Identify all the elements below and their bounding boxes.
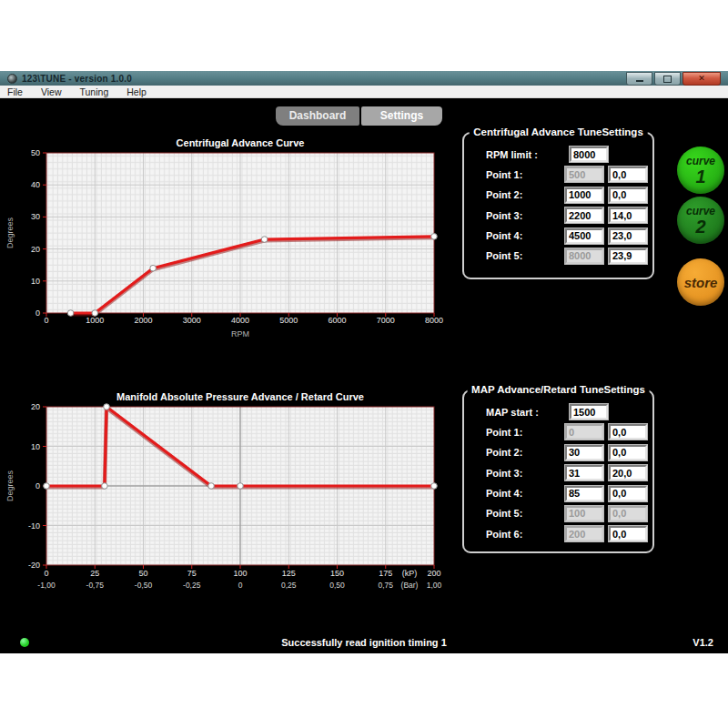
value-field[interactable] xyxy=(609,167,647,182)
value-field xyxy=(565,424,603,440)
menu-file[interactable]: File xyxy=(7,86,23,97)
value-field[interactable] xyxy=(570,147,608,162)
close-button[interactable]: ✕ xyxy=(682,72,721,86)
window-controls: ✕ xyxy=(626,72,721,86)
panel-title: MAP Advance/Retard TuneSettings xyxy=(467,384,650,395)
value-field[interactable] xyxy=(609,465,647,480)
svg-text:20: 20 xyxy=(31,402,40,411)
curve-2-button[interactable]: curve 2 xyxy=(677,197,724,244)
panel-body: RPM limit :Point 1:Point 2:Point 3:Point… xyxy=(464,134,652,276)
svg-text:3000: 3000 xyxy=(183,316,201,325)
minimize-button[interactable] xyxy=(626,72,652,86)
svg-text:30: 30 xyxy=(31,212,40,221)
maximize-icon xyxy=(663,76,672,83)
value-field[interactable] xyxy=(609,228,647,244)
field-label: RPM limit : xyxy=(464,149,570,160)
svg-text:0,75: 0,75 xyxy=(378,581,393,590)
tune-row: MAP start : xyxy=(464,404,652,420)
chart-point[interactable] xyxy=(431,483,438,490)
chart-point[interactable] xyxy=(150,265,157,271)
svg-text:20: 20 xyxy=(31,245,40,254)
value-field[interactable] xyxy=(609,207,647,223)
map-tunesettings-panel: MAP Advance/Retard TuneSettings MAP star… xyxy=(462,389,654,553)
tab-settings[interactable]: Settings xyxy=(361,106,442,126)
svg-text:-0,75: -0,75 xyxy=(86,581,105,590)
value-field[interactable] xyxy=(565,486,603,501)
menu-help[interactable]: Help xyxy=(126,86,147,97)
svg-text:(Bar): (Bar) xyxy=(401,581,419,590)
svg-text:1000: 1000 xyxy=(86,316,104,325)
curve-1-button[interactable]: curve 1 xyxy=(677,147,724,194)
tab-dashboard[interactable]: Dashboard xyxy=(276,106,359,126)
chart-point[interactable] xyxy=(92,310,98,317)
value-field[interactable] xyxy=(565,207,603,223)
tune-row: Point 6: xyxy=(464,526,652,541)
menu-tuning[interactable]: Tuning xyxy=(80,86,109,97)
status-bar: Successfully read ignition timing 1 V1.2 xyxy=(0,633,728,652)
svg-text:0,25: 0,25 xyxy=(281,581,297,590)
status-message: Successfully read ignition timing 1 xyxy=(0,637,728,648)
tune-row: Point 3: xyxy=(464,207,652,223)
panel-title: Centrifugal Advance TuneSettings xyxy=(469,126,648,137)
field-label: Point 1: xyxy=(464,169,565,180)
menu-view[interactable]: View xyxy=(41,86,62,97)
svg-text:-20: -20 xyxy=(28,561,40,570)
chart-point[interactable] xyxy=(208,483,215,490)
chart-point[interactable] xyxy=(67,310,74,317)
chart-point[interactable] xyxy=(261,237,268,243)
value-field[interactable] xyxy=(609,248,647,264)
svg-text:0: 0 xyxy=(35,481,40,490)
svg-text:0: 0 xyxy=(238,581,243,590)
centrifugal-tunesettings-panel: Centrifugal Advance TuneSettings RPM lim… xyxy=(462,132,654,279)
button-label: 1 xyxy=(695,167,705,186)
value-field[interactable] xyxy=(609,187,647,203)
svg-text:-0,50: -0,50 xyxy=(135,581,153,590)
field-label: Point 4: xyxy=(464,488,565,499)
value-field xyxy=(565,248,603,264)
value-field xyxy=(565,526,603,541)
field-label: Point 3: xyxy=(464,468,565,479)
tune-row: Point 2: xyxy=(464,187,652,203)
field-label: Point 5: xyxy=(464,250,565,261)
field-label: Point 5: xyxy=(464,508,565,519)
svg-text:-1,00: -1,00 xyxy=(37,581,56,590)
svg-text:0: 0 xyxy=(35,308,40,318)
svg-text:1,00: 1,00 xyxy=(427,581,442,590)
value-field xyxy=(565,167,603,182)
value-field[interactable] xyxy=(609,486,647,501)
tune-row: Point 3: xyxy=(464,465,652,480)
value-field[interactable] xyxy=(609,526,647,541)
value-field[interactable] xyxy=(570,404,608,420)
window-title: 123\TUNE - version 1.0.0 xyxy=(22,74,132,84)
tune-row: Point 1: xyxy=(464,167,652,182)
svg-text:2000: 2000 xyxy=(134,316,152,325)
tune-row: Point 5: xyxy=(464,248,652,264)
tune-row: RPM limit : xyxy=(464,147,652,162)
svg-text:5000: 5000 xyxy=(279,316,298,325)
svg-text:25: 25 xyxy=(90,569,99,578)
button-label: curve xyxy=(686,206,715,217)
chart-point[interactable] xyxy=(431,234,438,240)
chart-point[interactable] xyxy=(238,483,244,490)
store-button[interactable]: store xyxy=(677,258,724,306)
chart-point[interactable] xyxy=(104,404,110,410)
value-field[interactable] xyxy=(565,445,603,460)
value-field[interactable] xyxy=(565,465,603,480)
field-label: Point 1: xyxy=(464,427,565,438)
close-icon: ✕ xyxy=(698,75,705,83)
svg-text:8000: 8000 xyxy=(425,316,443,325)
title-bar: 123\TUNE - version 1.0.0 ✕ xyxy=(0,71,728,86)
field-label: Point 4: xyxy=(464,230,565,241)
app-window: 123\TUNE - version 1.0.0 ✕ File View Tun… xyxy=(0,71,728,653)
value-field[interactable] xyxy=(609,445,647,460)
chart-point[interactable] xyxy=(102,483,108,490)
value-field[interactable] xyxy=(609,424,647,440)
svg-text:75: 75 xyxy=(187,569,197,578)
chart-point[interactable] xyxy=(44,483,50,490)
svg-text:0: 0 xyxy=(44,316,48,325)
value-field[interactable] xyxy=(565,187,603,203)
maximize-button[interactable] xyxy=(654,72,681,86)
svg-text:RPM: RPM xyxy=(231,329,249,339)
value-field[interactable] xyxy=(565,228,603,244)
svg-text:-10: -10 xyxy=(28,521,40,531)
